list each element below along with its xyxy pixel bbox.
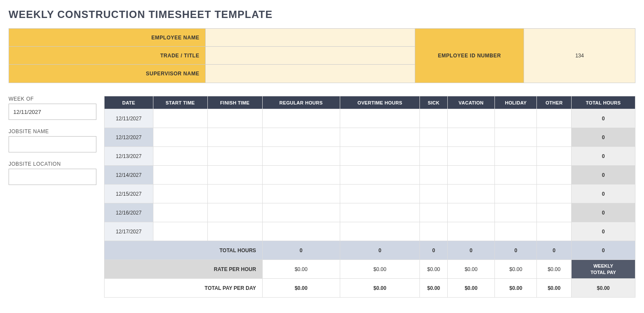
total-hours-row: TOTAL HOURS 0 0 0 0 0 0 0 bbox=[105, 241, 635, 260]
col-date: DATE bbox=[105, 96, 153, 109]
cell-overtime[interactable] bbox=[340, 147, 420, 166]
table-row: 12/15/20270 bbox=[105, 185, 635, 203]
employee-id-value[interactable]: 134 bbox=[524, 29, 635, 83]
cell-holiday[interactable] bbox=[495, 166, 537, 185]
cell-start[interactable] bbox=[153, 222, 207, 241]
col-finish-time: FINISH TIME bbox=[207, 96, 262, 109]
cell-start[interactable] bbox=[153, 203, 207, 222]
cell-vacation[interactable] bbox=[447, 203, 495, 222]
cell-vacation[interactable] bbox=[447, 185, 495, 203]
cell-holiday[interactable] bbox=[495, 222, 537, 241]
week-of-input[interactable]: 12/11/2027 bbox=[9, 104, 96, 120]
cell-total: 0 bbox=[571, 109, 635, 128]
totalpay-sick: $0.00 bbox=[420, 279, 447, 298]
table-row: 12/17/20270 bbox=[105, 222, 635, 241]
cell-finish[interactable] bbox=[207, 128, 262, 147]
rate-overtime[interactable]: $0.00 bbox=[340, 260, 420, 279]
total-hours-label: TOTAL HOURS bbox=[105, 241, 263, 260]
col-other: OTHER bbox=[537, 96, 572, 109]
totalpay-vacation: $0.00 bbox=[447, 279, 495, 298]
cell-start[interactable] bbox=[153, 128, 207, 147]
cell-vacation[interactable] bbox=[447, 147, 495, 166]
cell-sick[interactable] bbox=[420, 166, 447, 185]
rate-regular[interactable]: $0.00 bbox=[262, 260, 340, 279]
total-other: 0 bbox=[537, 241, 572, 260]
total-holiday: 0 bbox=[495, 241, 537, 260]
cell-vacation[interactable] bbox=[447, 128, 495, 147]
cell-holiday[interactable] bbox=[495, 128, 537, 147]
col-total-hours: TOTAL HOURS bbox=[571, 96, 635, 109]
col-holiday: HOLIDAY bbox=[495, 96, 537, 109]
cell-sick[interactable] bbox=[420, 222, 447, 241]
rate-other[interactable]: $0.00 bbox=[537, 260, 572, 279]
total-regular: 0 bbox=[262, 241, 340, 260]
cell-overtime[interactable] bbox=[340, 109, 420, 128]
cell-start[interactable] bbox=[153, 185, 207, 203]
employee-name-input[interactable] bbox=[206, 29, 415, 46]
cell-holiday[interactable] bbox=[495, 203, 537, 222]
cell-sick[interactable] bbox=[420, 128, 447, 147]
cell-vacation[interactable] bbox=[447, 109, 495, 128]
jobsite-location-input[interactable] bbox=[9, 169, 96, 185]
cell-other[interactable] bbox=[537, 185, 572, 203]
cell-overtime[interactable] bbox=[340, 203, 420, 222]
cell-finish[interactable] bbox=[207, 203, 262, 222]
cell-finish[interactable] bbox=[207, 109, 262, 128]
cell-other[interactable] bbox=[537, 222, 572, 241]
col-start-time: START TIME bbox=[153, 96, 207, 109]
cell-sick[interactable] bbox=[420, 147, 447, 166]
cell-other[interactable] bbox=[537, 203, 572, 222]
cell-sick[interactable] bbox=[420, 203, 447, 222]
cell-other[interactable] bbox=[537, 128, 572, 147]
cell-regular[interactable] bbox=[262, 147, 340, 166]
total-pay-label: TOTAL PAY PER DAY bbox=[105, 279, 263, 298]
totalpay-holiday: $0.00 bbox=[495, 279, 537, 298]
cell-start[interactable] bbox=[153, 147, 207, 166]
cell-sick[interactable] bbox=[420, 185, 447, 203]
rate-vacation[interactable]: $0.00 bbox=[447, 260, 495, 279]
table-row: 12/13/20270 bbox=[105, 147, 635, 166]
rate-sick[interactable]: $0.00 bbox=[420, 260, 447, 279]
cell-overtime[interactable] bbox=[340, 166, 420, 185]
cell-date: 12/17/2027 bbox=[105, 222, 153, 241]
cell-finish[interactable] bbox=[207, 166, 262, 185]
total-pay-row: TOTAL PAY PER DAY $0.00 $0.00 $0.00 $0.0… bbox=[105, 279, 635, 298]
cell-other[interactable] bbox=[537, 109, 572, 128]
cell-overtime[interactable] bbox=[340, 222, 420, 241]
cell-finish[interactable] bbox=[207, 185, 262, 203]
jobsite-name-input[interactable] bbox=[9, 136, 96, 152]
cell-regular[interactable] bbox=[262, 222, 340, 241]
supervisor-name-label: SUPERVISOR NAME bbox=[9, 65, 206, 83]
cell-overtime[interactable] bbox=[340, 128, 420, 147]
cell-finish[interactable] bbox=[207, 147, 262, 166]
total-sick: 0 bbox=[420, 241, 447, 260]
cell-holiday[interactable] bbox=[495, 147, 537, 166]
cell-other[interactable] bbox=[537, 147, 572, 166]
cell-regular[interactable] bbox=[262, 166, 340, 185]
table-row: 12/16/20270 bbox=[105, 203, 635, 222]
cell-other[interactable] bbox=[537, 166, 572, 185]
cell-holiday[interactable] bbox=[495, 185, 537, 203]
jobsite-location-label: JOBSITE LOCATION bbox=[9, 161, 96, 167]
cell-holiday[interactable] bbox=[495, 109, 537, 128]
trade-title-input[interactable] bbox=[206, 47, 415, 64]
cell-finish[interactable] bbox=[207, 222, 262, 241]
cell-start[interactable] bbox=[153, 166, 207, 185]
supervisor-name-input[interactable] bbox=[206, 65, 415, 83]
cell-vacation[interactable] bbox=[447, 166, 495, 185]
cell-regular[interactable] bbox=[262, 203, 340, 222]
cell-regular[interactable] bbox=[262, 109, 340, 128]
cell-date: 12/13/2027 bbox=[105, 147, 153, 166]
cell-date: 12/11/2027 bbox=[105, 109, 153, 128]
rate-holiday[interactable]: $0.00 bbox=[495, 260, 537, 279]
cell-vacation[interactable] bbox=[447, 222, 495, 241]
totalpay-regular: $0.00 bbox=[262, 279, 340, 298]
cell-start[interactable] bbox=[153, 109, 207, 128]
cell-overtime[interactable] bbox=[340, 185, 420, 203]
cell-sick[interactable] bbox=[420, 109, 447, 128]
cell-regular[interactable] bbox=[262, 185, 340, 203]
cell-total: 0 bbox=[571, 166, 635, 185]
cell-total: 0 bbox=[571, 222, 635, 241]
cell-regular[interactable] bbox=[262, 128, 340, 147]
employee-name-label: EMPLOYEE NAME bbox=[9, 29, 206, 46]
